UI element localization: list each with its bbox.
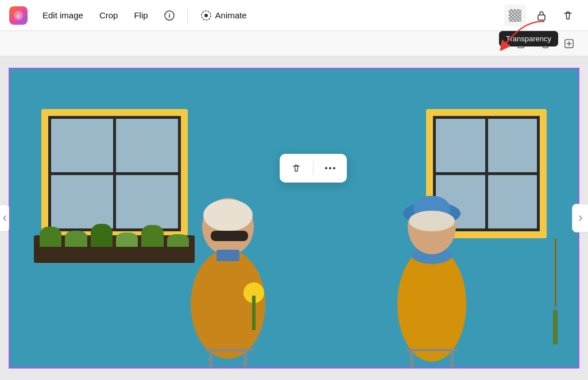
- animate-button[interactable]: Animate: [195, 6, 253, 25]
- toolbar2-add-button[interactable]: [559, 34, 579, 53]
- trash-icon: [562, 10, 574, 21]
- more-options-button[interactable]: [320, 158, 340, 178]
- flip-button[interactable]: Flip: [128, 7, 153, 24]
- checkerboard-icon: [509, 9, 521, 22]
- animate-icon: [200, 10, 212, 21]
- crop-button[interactable]: Crop: [94, 7, 124, 24]
- collapse-side-button[interactable]: [0, 204, 9, 232]
- person-right-svg: [374, 126, 489, 367]
- svg-rect-14: [216, 250, 239, 261]
- svg-rect-8: [518, 43, 524, 48]
- svg-point-32: [333, 167, 335, 169]
- lock2-icon: [516, 38, 526, 49]
- flip-label: Flip: [134, 10, 148, 20]
- animate-label: Animate: [215, 10, 247, 20]
- svg-text:i: i: [168, 12, 170, 19]
- ellipsis-icon: [325, 167, 335, 169]
- svg-rect-6: [538, 15, 545, 20]
- lock-button[interactable]: [531, 5, 552, 26]
- info-icon: i: [164, 10, 175, 21]
- copy-icon: [540, 38, 550, 49]
- svg-point-13: [203, 199, 253, 231]
- crop-label: Crop: [99, 10, 118, 20]
- canvas-area[interactable]: [0, 56, 588, 380]
- edit-image-label: Edit image: [42, 10, 83, 20]
- chevron-left-icon: [2, 215, 7, 222]
- trash-float-icon: [291, 163, 301, 173]
- edit-image-button[interactable]: Edit image: [37, 7, 89, 24]
- secondary-toolbar: [0, 31, 588, 56]
- svg-point-30: [325, 167, 327, 169]
- right-edge-button[interactable]: [572, 204, 588, 232]
- plus-icon: [564, 38, 574, 49]
- app-logo[interactable]: c: [9, 6, 28, 25]
- svg-rect-17: [252, 296, 256, 330]
- delete-float-button[interactable]: [287, 158, 306, 178]
- toolbar2-copy-button[interactable]: [535, 34, 555, 53]
- svg-rect-15: [211, 231, 248, 241]
- transparency-button[interactable]: [504, 5, 526, 26]
- toolbar-divider-1: [187, 7, 188, 24]
- svg-point-5: [204, 14, 208, 17]
- float-bar-divider: [313, 161, 314, 175]
- toolbar2-lock-button[interactable]: [511, 34, 531, 53]
- svg-point-31: [329, 167, 331, 169]
- lock-icon: [536, 10, 547, 21]
- delete-button[interactable]: [557, 5, 579, 26]
- info-button[interactable]: i: [158, 7, 180, 24]
- photo: [10, 69, 578, 367]
- svg-text:c: c: [17, 12, 20, 19]
- float-action-bar: [280, 154, 347, 183]
- svg-point-26: [409, 211, 455, 231]
- image-container[interactable]: [9, 68, 579, 369]
- chevron-right-icon: [578, 215, 583, 222]
- svg-rect-9: [543, 41, 548, 48]
- main-toolbar: c Edit image Crop Flip i Animate: [0, 0, 588, 31]
